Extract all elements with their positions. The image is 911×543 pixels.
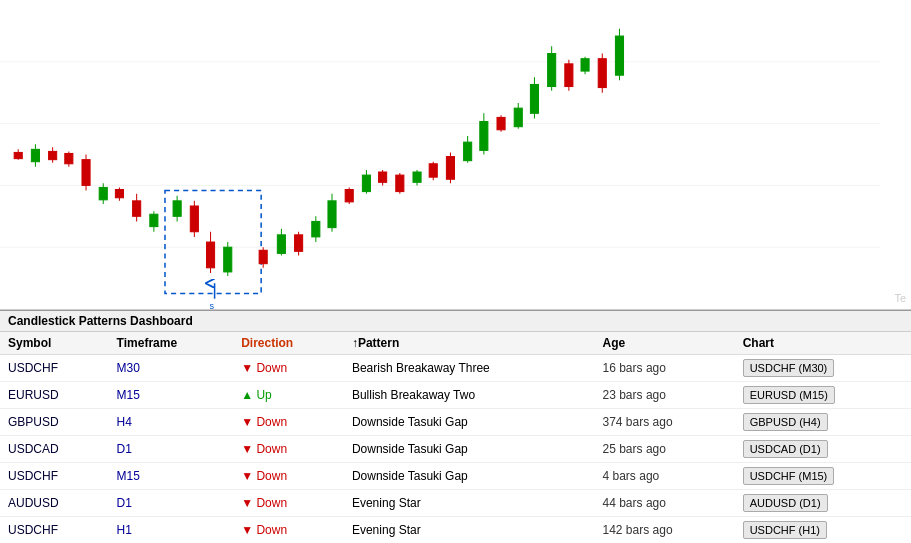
- col-symbol: Symbol: [0, 332, 109, 355]
- cell-symbol: USDCAD: [0, 436, 109, 463]
- svg-rect-73: [581, 59, 589, 71]
- cell-direction: ▼ Down: [233, 490, 344, 517]
- chart-button[interactable]: USDCHF (H1): [743, 521, 827, 539]
- cell-age: 44 bars ago: [595, 490, 735, 517]
- svg-text:s: s: [210, 301, 215, 309]
- svg-rect-14: [82, 160, 90, 186]
- cell-symbol: USDCHF: [0, 355, 109, 382]
- table-row: USDCHF H1 ▼ Down Evening Star 142 bars a…: [0, 517, 911, 543]
- svg-rect-55: [429, 164, 437, 177]
- cell-pattern: Evening Star: [344, 490, 595, 517]
- cell-timeframe: D1: [109, 490, 234, 517]
- cell-age: 4 bars ago: [595, 463, 735, 490]
- cell-chart[interactable]: AUDUSD (D1): [735, 490, 911, 517]
- svg-rect-45: [345, 190, 353, 202]
- direction-arrow-icon: ▼: [241, 361, 253, 375]
- cell-pattern: Downside Tasuki Gap: [344, 409, 595, 436]
- cell-timeframe: D1: [109, 436, 234, 463]
- svg-rect-49: [379, 172, 387, 182]
- cell-timeframe: M15: [109, 382, 234, 409]
- candlestick-chart: s: [0, 0, 911, 309]
- patterns-table-container[interactable]: Symbol Timeframe Direction ↑Pattern Age …: [0, 332, 911, 542]
- cell-age: 374 bars ago: [595, 409, 735, 436]
- svg-rect-53: [413, 172, 421, 182]
- cell-chart[interactable]: USDCAD (D1): [735, 436, 911, 463]
- svg-rect-63: [497, 117, 505, 129]
- cell-pattern: Evening Star: [344, 517, 595, 543]
- table-row: GBPUSD H4 ▼ Down Downside Tasuki Gap 374…: [0, 409, 911, 436]
- cell-age: 25 bars ago: [595, 436, 735, 463]
- chart-area: EURUSD,M15 1.11642 1.11687 1.11642 1.116…: [0, 0, 911, 310]
- svg-rect-22: [150, 214, 158, 226]
- cell-timeframe: H4: [109, 409, 234, 436]
- cell-symbol: EURUSD: [0, 382, 109, 409]
- cell-timeframe: M15: [109, 463, 234, 490]
- direction-arrow-icon: ▼: [241, 496, 253, 510]
- direction-arrow-icon: ▲: [241, 388, 253, 402]
- cell-pattern: Downside Tasuki Gap: [344, 436, 595, 463]
- cell-chart[interactable]: EURUSD (M15): [735, 382, 911, 409]
- svg-rect-39: [295, 235, 303, 251]
- svg-rect-69: [548, 54, 556, 87]
- cell-pattern: Bearish Breakaway Three: [344, 355, 595, 382]
- svg-rect-31: [206, 242, 214, 268]
- direction-arrow-icon: ▼: [241, 523, 253, 537]
- cell-symbol: USDCHF: [0, 517, 109, 543]
- cell-timeframe: H1: [109, 517, 234, 543]
- direction-arrow-icon: ▼: [241, 442, 253, 456]
- cell-direction: ▼ Down: [233, 436, 344, 463]
- svg-rect-18: [115, 190, 123, 198]
- cell-age: 142 bars ago: [595, 517, 735, 543]
- cell-symbol: USDCHF: [0, 463, 109, 490]
- col-timeframe: Timeframe: [109, 332, 234, 355]
- direction-arrow-icon: ▼: [241, 415, 253, 429]
- svg-rect-75: [598, 59, 606, 88]
- svg-rect-43: [328, 201, 336, 228]
- svg-rect-10: [49, 151, 57, 159]
- cell-chart[interactable]: GBPUSD (H4): [735, 409, 911, 436]
- svg-rect-29: [190, 206, 198, 232]
- cell-direction: ▼ Down: [233, 463, 344, 490]
- cell-direction: ▲ Up: [233, 382, 344, 409]
- col-age: Age: [595, 332, 735, 355]
- svg-rect-35: [259, 250, 267, 263]
- svg-rect-20: [133, 201, 141, 216]
- svg-rect-41: [312, 221, 320, 236]
- table-row: USDCHF M15 ▼ Down Downside Tasuki Gap 4 …: [0, 463, 911, 490]
- cell-chart[interactable]: USDCHF (M30): [735, 355, 911, 382]
- svg-rect-0: [0, 0, 911, 309]
- cell-direction: ▼ Down: [233, 409, 344, 436]
- direction-arrow-icon: ▼: [241, 469, 253, 483]
- chart-button[interactable]: USDCHF (M15): [743, 467, 835, 485]
- svg-rect-8: [31, 149, 39, 161]
- patterns-table: Symbol Timeframe Direction ↑Pattern Age …: [0, 332, 911, 542]
- svg-rect-71: [565, 64, 573, 87]
- chart-button[interactable]: EURUSD (M15): [743, 386, 835, 404]
- cell-symbol: GBPUSD: [0, 409, 109, 436]
- col-chart: Chart: [735, 332, 911, 355]
- svg-rect-59: [464, 142, 472, 161]
- dashboard: Candlestick Patterns Dashboard Symbol Ti…: [0, 310, 911, 542]
- cell-symbol: AUDUSD: [0, 490, 109, 517]
- chart-watermark: Te: [894, 292, 906, 304]
- cell-pattern: Downside Tasuki Gap: [344, 463, 595, 490]
- col-pattern[interactable]: ↑Pattern: [344, 332, 595, 355]
- svg-rect-33: [224, 247, 232, 272]
- chart-button[interactable]: GBPUSD (H4): [743, 413, 828, 431]
- svg-rect-16: [99, 187, 107, 199]
- table-row: USDCHF M30 ▼ Down Bearish Breakaway Thre…: [0, 355, 911, 382]
- svg-rect-77: [615, 36, 623, 75]
- cell-chart[interactable]: USDCHF (H1): [735, 517, 911, 543]
- svg-rect-67: [530, 84, 538, 113]
- table-row: EURUSD M15 ▲ Up Bullish Breakaway Two 23…: [0, 382, 911, 409]
- cell-timeframe: M30: [109, 355, 234, 382]
- chart-button[interactable]: USDCAD (D1): [743, 440, 828, 458]
- cell-chart[interactable]: USDCHF (M15): [735, 463, 911, 490]
- cell-direction: ▼ Down: [233, 517, 344, 543]
- svg-rect-65: [514, 108, 522, 127]
- cell-pattern: Bullish Breakaway Two: [344, 382, 595, 409]
- chart-button[interactable]: USDCHF (M30): [743, 359, 835, 377]
- chart-button[interactable]: AUDUSD (D1): [743, 494, 828, 512]
- cell-direction: ▼ Down: [233, 355, 344, 382]
- col-direction: Direction: [233, 332, 344, 355]
